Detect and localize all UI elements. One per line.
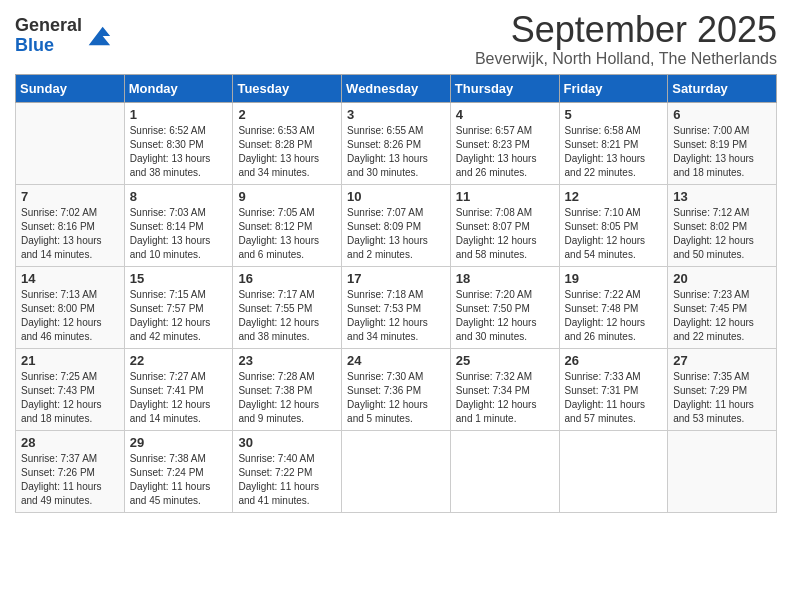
week-row-3: 21Sunrise: 7:25 AM Sunset: 7:43 PM Dayli… [16, 348, 777, 430]
day-number: 15 [130, 271, 228, 286]
calendar-cell [450, 430, 559, 512]
calendar-cell: 7Sunrise: 7:02 AM Sunset: 8:16 PM Daylig… [16, 184, 125, 266]
day-number: 7 [21, 189, 119, 204]
day-info: Sunrise: 6:53 AM Sunset: 8:28 PM Dayligh… [238, 124, 336, 180]
day-number: 18 [456, 271, 554, 286]
day-info: Sunrise: 7:23 AM Sunset: 7:45 PM Dayligh… [673, 288, 771, 344]
day-number: 12 [565, 189, 663, 204]
week-row-2: 14Sunrise: 7:13 AM Sunset: 8:00 PM Dayli… [16, 266, 777, 348]
day-info: Sunrise: 7:17 AM Sunset: 7:55 PM Dayligh… [238, 288, 336, 344]
calendar-cell: 3Sunrise: 6:55 AM Sunset: 8:26 PM Daylig… [342, 102, 451, 184]
calendar-cell [16, 102, 125, 184]
day-number: 3 [347, 107, 445, 122]
calendar-cell: 25Sunrise: 7:32 AM Sunset: 7:34 PM Dayli… [450, 348, 559, 430]
day-number: 8 [130, 189, 228, 204]
day-info: Sunrise: 7:15 AM Sunset: 7:57 PM Dayligh… [130, 288, 228, 344]
header-thursday: Thursday [450, 74, 559, 102]
day-number: 24 [347, 353, 445, 368]
day-info: Sunrise: 7:02 AM Sunset: 8:16 PM Dayligh… [21, 206, 119, 262]
location-subtitle: Beverwijk, North Holland, The Netherland… [475, 50, 777, 68]
calendar-cell: 16Sunrise: 7:17 AM Sunset: 7:55 PM Dayli… [233, 266, 342, 348]
day-number: 21 [21, 353, 119, 368]
calendar-cell: 22Sunrise: 7:27 AM Sunset: 7:41 PM Dayli… [124, 348, 233, 430]
calendar-cell: 13Sunrise: 7:12 AM Sunset: 8:02 PM Dayli… [668, 184, 777, 266]
header-monday: Monday [124, 74, 233, 102]
logo-text: General Blue [15, 16, 82, 56]
day-info: Sunrise: 7:35 AM Sunset: 7:29 PM Dayligh… [673, 370, 771, 426]
day-info: Sunrise: 7:08 AM Sunset: 8:07 PM Dayligh… [456, 206, 554, 262]
header-tuesday: Tuesday [233, 74, 342, 102]
day-number: 14 [21, 271, 119, 286]
header-wednesday: Wednesday [342, 74, 451, 102]
page-header: General Blue September 2025 Beverwijk, N… [15, 10, 777, 68]
day-number: 1 [130, 107, 228, 122]
day-info: Sunrise: 7:13 AM Sunset: 8:00 PM Dayligh… [21, 288, 119, 344]
calendar-cell [559, 430, 668, 512]
calendar-cell: 28Sunrise: 7:37 AM Sunset: 7:26 PM Dayli… [16, 430, 125, 512]
day-info: Sunrise: 6:58 AM Sunset: 8:21 PM Dayligh… [565, 124, 663, 180]
day-number: 5 [565, 107, 663, 122]
day-info: Sunrise: 7:18 AM Sunset: 7:53 PM Dayligh… [347, 288, 445, 344]
day-info: Sunrise: 7:33 AM Sunset: 7:31 PM Dayligh… [565, 370, 663, 426]
calendar-table: SundayMondayTuesdayWednesdayThursdayFrid… [15, 74, 777, 513]
week-row-0: 1Sunrise: 6:52 AM Sunset: 8:30 PM Daylig… [16, 102, 777, 184]
day-info: Sunrise: 7:38 AM Sunset: 7:24 PM Dayligh… [130, 452, 228, 508]
logo: General Blue [15, 16, 112, 56]
day-number: 4 [456, 107, 554, 122]
day-number: 13 [673, 189, 771, 204]
calendar-cell: 1Sunrise: 6:52 AM Sunset: 8:30 PM Daylig… [124, 102, 233, 184]
day-number: 23 [238, 353, 336, 368]
header-sunday: Sunday [16, 74, 125, 102]
day-info: Sunrise: 7:20 AM Sunset: 7:50 PM Dayligh… [456, 288, 554, 344]
calendar-cell: 2Sunrise: 6:53 AM Sunset: 8:28 PM Daylig… [233, 102, 342, 184]
calendar-cell [668, 430, 777, 512]
day-number: 22 [130, 353, 228, 368]
header-saturday: Saturday [668, 74, 777, 102]
day-info: Sunrise: 7:25 AM Sunset: 7:43 PM Dayligh… [21, 370, 119, 426]
day-number: 27 [673, 353, 771, 368]
day-number: 10 [347, 189, 445, 204]
day-info: Sunrise: 6:52 AM Sunset: 8:30 PM Dayligh… [130, 124, 228, 180]
logo-icon [84, 22, 112, 50]
day-number: 25 [456, 353, 554, 368]
calendar-cell: 12Sunrise: 7:10 AM Sunset: 8:05 PM Dayli… [559, 184, 668, 266]
calendar-cell: 8Sunrise: 7:03 AM Sunset: 8:14 PM Daylig… [124, 184, 233, 266]
title-section: September 2025 Beverwijk, North Holland,… [475, 10, 777, 68]
calendar-cell: 6Sunrise: 7:00 AM Sunset: 8:19 PM Daylig… [668, 102, 777, 184]
day-info: Sunrise: 7:10 AM Sunset: 8:05 PM Dayligh… [565, 206, 663, 262]
calendar-cell: 23Sunrise: 7:28 AM Sunset: 7:38 PM Dayli… [233, 348, 342, 430]
day-number: 28 [21, 435, 119, 450]
day-number: 26 [565, 353, 663, 368]
day-info: Sunrise: 7:28 AM Sunset: 7:38 PM Dayligh… [238, 370, 336, 426]
day-info: Sunrise: 6:55 AM Sunset: 8:26 PM Dayligh… [347, 124, 445, 180]
day-info: Sunrise: 6:57 AM Sunset: 8:23 PM Dayligh… [456, 124, 554, 180]
calendar-cell: 30Sunrise: 7:40 AM Sunset: 7:22 PM Dayli… [233, 430, 342, 512]
day-info: Sunrise: 7:32 AM Sunset: 7:34 PM Dayligh… [456, 370, 554, 426]
day-info: Sunrise: 7:27 AM Sunset: 7:41 PM Dayligh… [130, 370, 228, 426]
day-number: 9 [238, 189, 336, 204]
calendar-cell: 18Sunrise: 7:20 AM Sunset: 7:50 PM Dayli… [450, 266, 559, 348]
header-friday: Friday [559, 74, 668, 102]
calendar-cell: 11Sunrise: 7:08 AM Sunset: 8:07 PM Dayli… [450, 184, 559, 266]
day-info: Sunrise: 7:00 AM Sunset: 8:19 PM Dayligh… [673, 124, 771, 180]
day-number: 17 [347, 271, 445, 286]
day-number: 6 [673, 107, 771, 122]
calendar-cell: 9Sunrise: 7:05 AM Sunset: 8:12 PM Daylig… [233, 184, 342, 266]
day-info: Sunrise: 7:07 AM Sunset: 8:09 PM Dayligh… [347, 206, 445, 262]
svg-marker-0 [89, 26, 110, 45]
calendar-cell: 20Sunrise: 7:23 AM Sunset: 7:45 PM Dayli… [668, 266, 777, 348]
calendar-cell: 17Sunrise: 7:18 AM Sunset: 7:53 PM Dayli… [342, 266, 451, 348]
calendar-cell: 29Sunrise: 7:38 AM Sunset: 7:24 PM Dayli… [124, 430, 233, 512]
week-row-1: 7Sunrise: 7:02 AM Sunset: 8:16 PM Daylig… [16, 184, 777, 266]
day-number: 19 [565, 271, 663, 286]
day-number: 2 [238, 107, 336, 122]
day-info: Sunrise: 7:05 AM Sunset: 8:12 PM Dayligh… [238, 206, 336, 262]
calendar-cell: 4Sunrise: 6:57 AM Sunset: 8:23 PM Daylig… [450, 102, 559, 184]
calendar-cell: 19Sunrise: 7:22 AM Sunset: 7:48 PM Dayli… [559, 266, 668, 348]
day-info: Sunrise: 7:03 AM Sunset: 8:14 PM Dayligh… [130, 206, 228, 262]
day-number: 16 [238, 271, 336, 286]
calendar-cell: 26Sunrise: 7:33 AM Sunset: 7:31 PM Dayli… [559, 348, 668, 430]
calendar-cell: 5Sunrise: 6:58 AM Sunset: 8:21 PM Daylig… [559, 102, 668, 184]
calendar-cell: 14Sunrise: 7:13 AM Sunset: 8:00 PM Dayli… [16, 266, 125, 348]
calendar-cell [342, 430, 451, 512]
